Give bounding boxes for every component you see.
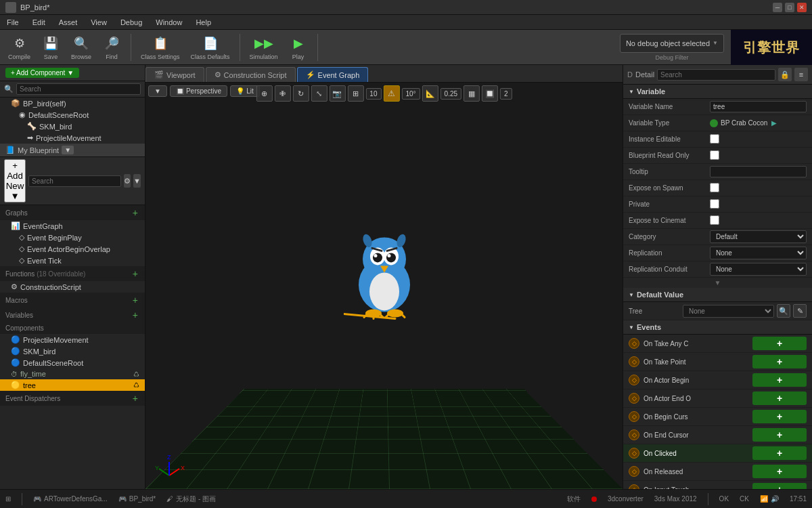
menu-debug[interactable]: Debug bbox=[118, 17, 145, 28]
events-section-title[interactable]: ▼ Events bbox=[623, 320, 812, 335]
component-bp-bird-self[interactable]: 📦 BP_bird(self) bbox=[0, 98, 145, 109]
details-lock-button[interactable]: 🔒 bbox=[778, 68, 792, 81]
vp-tool-rotate[interactable]: ↻ bbox=[292, 85, 309, 102]
browse-button[interactable]: 🔍 Browse bbox=[67, 31, 95, 63]
event-add-button-on_actor_end_overlap[interactable]: + bbox=[752, 391, 807, 405]
event-add-button-on_actor_begin_overlap[interactable]: + bbox=[752, 373, 807, 387]
class-defaults-button[interactable]: 📄 Class Defaults bbox=[187, 31, 234, 63]
event-graph-item[interactable]: 📊 EventGraph bbox=[0, 220, 145, 232]
component-projectile-movement[interactable]: ➡ ProjectileMovement bbox=[0, 132, 145, 144]
vp-tool-scale[interactable]: ⤡ bbox=[311, 85, 327, 102]
event-dispatchers-add-button[interactable]: + bbox=[131, 393, 139, 404]
default-edit-button[interactable]: ✎ bbox=[793, 304, 807, 318]
event-actor-begin-overlap-item[interactable]: ◇ Event ActorBeginOverlap bbox=[0, 243, 145, 255]
variable-section-title[interactable]: ▼ Variable bbox=[623, 85, 812, 99]
event-dispatchers-section[interactable]: Event Dispatchers + bbox=[0, 391, 145, 406]
taskbar-item-2[interactable]: 🎮 BP_bird* bbox=[118, 495, 156, 503]
functions-add-button[interactable]: + bbox=[131, 268, 139, 279]
simulation-button[interactable]: ▶▶ Simulation bbox=[246, 31, 282, 63]
category-select[interactable]: Default bbox=[710, 230, 807, 243]
find-button[interactable]: 🔎 Find bbox=[98, 31, 125, 63]
viewport-dropdown-button[interactable]: ▼ bbox=[148, 85, 167, 97]
maximize-button[interactable]: □ bbox=[785, 3, 794, 12]
lit-button[interactable]: 💡 Lit bbox=[230, 85, 260, 97]
var-projectile-movement[interactable]: 🔵 ProjectileMovement bbox=[0, 334, 145, 345]
blueprint-filter-button[interactable]: ▼ bbox=[133, 174, 141, 188]
play-button[interactable]: ▶ Play bbox=[285, 31, 312, 63]
menu-asset[interactable]: Asset bbox=[56, 17, 81, 28]
minimize-button[interactable]: ─ bbox=[773, 3, 782, 12]
vp-tool-5[interactable]: ⊞ bbox=[347, 85, 363, 102]
event-add-button-on_take_point_damage[interactable]: + bbox=[752, 355, 807, 368]
variables-add-button[interactable]: + bbox=[131, 310, 139, 320]
macros-section[interactable]: Macros + bbox=[0, 293, 145, 308]
replication-select[interactable]: None bbox=[710, 247, 807, 259]
variables-section[interactable]: Variables + bbox=[0, 308, 145, 322]
vp-tool-6[interactable]: 📐 bbox=[422, 85, 438, 102]
event-add-button-on_begin_cursor_over[interactable]: + bbox=[752, 410, 807, 423]
var-default-scene-root[interactable]: 🔵 DefaultSceneRoot bbox=[0, 357, 145, 368]
tab-construction-script[interactable]: ⚙ Construction Script bbox=[206, 67, 296, 82]
default-value-section-title[interactable]: ▼ Default Value bbox=[623, 288, 812, 302]
compile-button[interactable]: ⚙ Compile bbox=[4, 31, 35, 63]
vp-tool-camera[interactable]: 📷 bbox=[329, 85, 345, 102]
default-search-button[interactable]: 🔍 bbox=[777, 304, 790, 318]
event-begin-play-item[interactable]: ◇ Event BeginPlay bbox=[0, 232, 145, 243]
event-add-button-on_clicked[interactable]: + bbox=[752, 446, 807, 460]
graphs-section[interactable]: Graphs + bbox=[0, 205, 145, 220]
menu-view[interactable]: View bbox=[88, 17, 110, 28]
var-skm-bird[interactable]: 🔵 SKM_bird bbox=[0, 345, 145, 357]
browse-icon: 🔍 bbox=[72, 34, 91, 53]
private-checkbox[interactable] bbox=[710, 199, 719, 209]
event-add-button-on_end_cursor_over[interactable]: + bbox=[752, 428, 807, 442]
blueprint-search-input[interactable] bbox=[28, 175, 121, 187]
component-default-scene-root[interactable]: ◉ DefaultSceneRoot bbox=[0, 109, 145, 121]
event-add-button-on_take_any_damage[interactable]: + bbox=[752, 337, 807, 350]
event-add-button-on_input_touch_begin[interactable]: + bbox=[752, 483, 807, 489]
variable-name-input[interactable] bbox=[710, 101, 807, 112]
menu-help[interactable]: Help bbox=[193, 17, 214, 28]
vp-tool-7[interactable]: 🔲 bbox=[482, 85, 498, 102]
perspective-button[interactable]: 🔲 Perspective bbox=[170, 85, 227, 97]
var-fly-time[interactable]: ⏱ fly_time ♺ bbox=[0, 368, 145, 379]
default-tree-select[interactable]: None bbox=[683, 305, 774, 318]
menu-window[interactable]: Window bbox=[153, 17, 185, 28]
start-button[interactable]: ⊞ bbox=[5, 495, 11, 503]
menu-file[interactable]: File bbox=[4, 17, 22, 28]
tooltip-input[interactable] bbox=[710, 166, 807, 177]
vp-tool-move[interactable]: ✙ bbox=[274, 85, 290, 102]
macros-add-button[interactable]: + bbox=[131, 295, 139, 305]
blueprint-options-button[interactable]: ⚙ bbox=[124, 174, 131, 188]
graphs-add-button[interactable]: + bbox=[131, 207, 139, 218]
tab-viewport[interactable]: 🎬 Viewport bbox=[145, 67, 204, 82]
save-button[interactable]: 💾 Save bbox=[37, 31, 64, 63]
menu-edit[interactable]: Edit bbox=[30, 17, 48, 28]
vp-tool-surface[interactable]: ▦ bbox=[464, 85, 480, 102]
functions-section[interactable]: Functions (18 Overridable) + bbox=[0, 266, 145, 281]
taskbar-item-1[interactable]: 🎮 ARTowerDefensGa... bbox=[33, 495, 108, 503]
close-button[interactable]: ✕ bbox=[797, 3, 807, 12]
blueprint-read-only-checkbox[interactable] bbox=[710, 150, 719, 160]
details-search-input[interactable] bbox=[657, 69, 775, 81]
replication-conduit-select[interactable]: None bbox=[710, 263, 807, 276]
tab-event-graph[interactable]: ⚡ Event Graph bbox=[297, 67, 369, 82]
instance-editable-checkbox[interactable] bbox=[710, 134, 719, 144]
component-skm-bird[interactable]: 🦴 SKM_bird bbox=[0, 121, 145, 132]
event-tick-item[interactable]: ◇ Event Tick bbox=[0, 255, 145, 266]
add-component-button[interactable]: + Add Component ▼ bbox=[5, 68, 79, 78]
variable-type-arrow-icon[interactable]: ▶ bbox=[771, 119, 777, 127]
var-tree[interactable]: 🟡 tree ♺ bbox=[0, 379, 145, 391]
expose-on-spawn-checkbox[interactable] bbox=[710, 183, 719, 192]
debug-filter-button[interactable]: No debug object selected ▼ bbox=[620, 34, 724, 53]
vp-tool-select[interactable]: ⊕ bbox=[256, 85, 272, 102]
event-add-button-on_released[interactable]: + bbox=[752, 465, 807, 478]
class-settings-button[interactable]: 📋 Class Settings bbox=[137, 31, 184, 63]
construction-script-item[interactable]: ⚙ ConstructionScript bbox=[0, 281, 145, 293]
blueprint-dropdown-button[interactable]: ▼ bbox=[62, 146, 74, 154]
components-search-input[interactable] bbox=[16, 83, 141, 95]
taskbar-item-3[interactable]: 🖌 无标题 - 图画 bbox=[166, 494, 216, 504]
add-new-button[interactable]: + Add New ▼ bbox=[4, 159, 26, 203]
expose-to-cinemat-checkbox[interactable] bbox=[710, 215, 719, 225]
components-bp-section[interactable]: Components bbox=[0, 322, 145, 334]
details-option-button[interactable]: ≡ bbox=[794, 68, 808, 81]
